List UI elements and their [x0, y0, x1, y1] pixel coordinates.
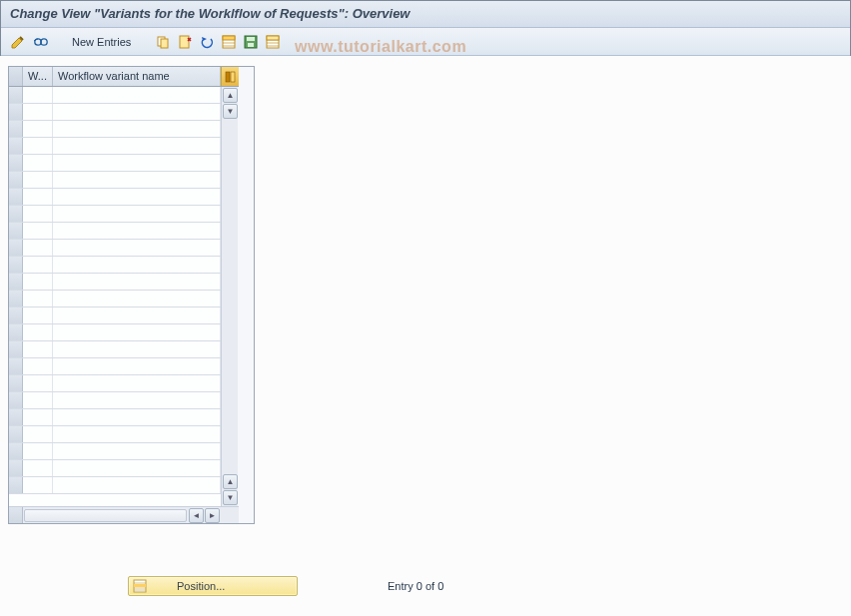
cell-wf[interactable] — [23, 121, 53, 137]
table-row[interactable] — [9, 443, 221, 460]
column-header-wf[interactable]: W... — [23, 67, 53, 86]
cell-variant-name[interactable] — [53, 477, 221, 493]
table-row[interactable] — [9, 274, 221, 291]
cell-wf[interactable] — [23, 155, 53, 171]
row-selector[interactable] — [9, 426, 23, 442]
cell-wf[interactable] — [23, 138, 53, 154]
cell-wf[interactable] — [23, 392, 53, 408]
row-selector[interactable] — [9, 409, 23, 425]
table-row[interactable] — [9, 155, 221, 172]
vertical-scrollbar[interactable]: ▲ ▼ ▲ ▼ — [221, 87, 238, 506]
scroll-up-icon[interactable]: ▲ — [223, 88, 238, 103]
table-row[interactable] — [9, 324, 221, 341]
table-row[interactable] — [9, 358, 221, 375]
scroll-down-bottom-icon[interactable]: ▼ — [223, 490, 238, 505]
cell-variant-name[interactable] — [53, 104, 221, 120]
cell-variant-name[interactable] — [53, 392, 221, 408]
cell-variant-name[interactable] — [53, 358, 221, 374]
cell-wf[interactable] — [23, 308, 53, 323]
cell-variant-name[interactable] — [53, 206, 221, 222]
table-row[interactable] — [9, 172, 221, 189]
row-selector[interactable] — [9, 274, 23, 290]
table-row[interactable] — [9, 223, 221, 240]
row-selector[interactable] — [9, 392, 23, 408]
cell-variant-name[interactable] — [53, 460, 221, 476]
cell-variant-name[interactable] — [53, 257, 221, 273]
cell-wf[interactable] — [23, 172, 53, 188]
cell-variant-name[interactable] — [53, 189, 221, 205]
cell-wf[interactable] — [23, 240, 53, 256]
display-icon[interactable] — [30, 32, 50, 52]
table-row[interactable] — [9, 138, 221, 155]
row-selector-header[interactable] — [9, 67, 23, 86]
cell-variant-name[interactable] — [53, 308, 221, 323]
table-row[interactable] — [9, 426, 221, 443]
row-selector[interactable] — [9, 121, 23, 137]
row-selector[interactable] — [9, 477, 23, 493]
copy-icon[interactable] — [153, 32, 173, 52]
row-selector[interactable] — [9, 206, 23, 222]
position-button[interactable]: Position... — [128, 576, 298, 596]
cell-variant-name[interactable] — [53, 274, 221, 290]
cell-variant-name[interactable] — [53, 240, 221, 256]
row-selector[interactable] — [9, 443, 23, 459]
table-row[interactable] — [9, 341, 221, 358]
table-row[interactable] — [9, 87, 221, 104]
cell-wf[interactable] — [23, 87, 53, 103]
cell-variant-name[interactable] — [53, 87, 221, 103]
select-all-icon[interactable] — [219, 32, 239, 52]
table-row[interactable] — [9, 104, 221, 121]
save-icon[interactable] — [241, 32, 261, 52]
cell-variant-name[interactable] — [53, 223, 221, 239]
table-row[interactable] — [9, 189, 221, 206]
hscroll-thumb[interactable] — [24, 509, 187, 522]
table-settings-icon[interactable] — [221, 67, 239, 86]
row-selector[interactable] — [9, 324, 23, 340]
cell-wf[interactable] — [23, 223, 53, 239]
cell-variant-name[interactable] — [53, 409, 221, 425]
cell-wf[interactable] — [23, 104, 53, 120]
table-row[interactable] — [9, 121, 221, 138]
row-selector[interactable] — [9, 155, 23, 171]
row-selector[interactable] — [9, 375, 23, 391]
undo-icon[interactable] — [197, 32, 217, 52]
row-selector[interactable] — [9, 291, 23, 307]
cell-wf[interactable] — [23, 291, 53, 307]
table-row[interactable] — [9, 257, 221, 274]
column-header-variant-name[interactable]: Workflow variant name — [53, 67, 221, 86]
horizontal-scrollbar[interactable]: ◄ ► — [9, 506, 239, 523]
scroll-up-bottom-icon[interactable]: ▲ — [223, 474, 238, 489]
new-entries-button[interactable]: New Entries — [64, 34, 139, 50]
scroll-right-icon[interactable]: ► — [205, 508, 220, 523]
cell-variant-name[interactable] — [53, 138, 221, 154]
table-row[interactable] — [9, 460, 221, 477]
row-selector[interactable] — [9, 138, 23, 154]
deselect-all-icon[interactable] — [263, 32, 283, 52]
table-row[interactable] — [9, 206, 221, 223]
cell-wf[interactable] — [23, 426, 53, 442]
cell-variant-name[interactable] — [53, 291, 221, 307]
toggle-display-change-icon[interactable] — [8, 32, 28, 52]
cell-wf[interactable] — [23, 358, 53, 374]
cell-wf[interactable] — [23, 189, 53, 205]
cell-wf[interactable] — [23, 324, 53, 340]
cell-variant-name[interactable] — [53, 172, 221, 188]
table-row[interactable] — [9, 392, 221, 409]
cell-wf[interactable] — [23, 443, 53, 459]
row-selector[interactable] — [9, 240, 23, 256]
table-row[interactable] — [9, 477, 221, 494]
scroll-left-icon[interactable]: ◄ — [189, 508, 204, 523]
cell-wf[interactable] — [23, 206, 53, 222]
table-row[interactable] — [9, 409, 221, 426]
row-selector[interactable] — [9, 257, 23, 273]
cell-wf[interactable] — [23, 341, 53, 357]
cell-variant-name[interactable] — [53, 324, 221, 340]
row-selector[interactable] — [9, 341, 23, 357]
cell-variant-name[interactable] — [53, 341, 221, 357]
cell-wf[interactable] — [23, 460, 53, 476]
cell-variant-name[interactable] — [53, 426, 221, 442]
table-row[interactable] — [9, 291, 221, 308]
table-row[interactable] — [9, 240, 221, 257]
row-selector[interactable] — [9, 358, 23, 374]
row-selector[interactable] — [9, 223, 23, 239]
